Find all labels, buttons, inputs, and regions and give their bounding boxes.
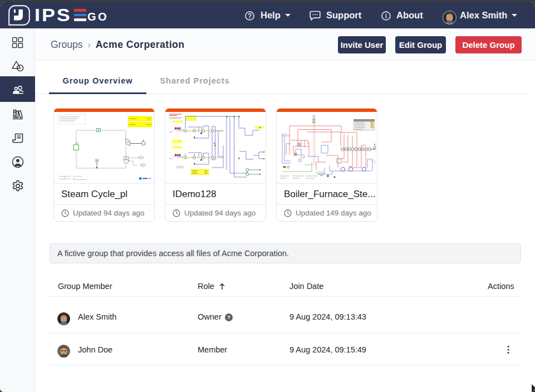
svg-text:?: ?	[227, 314, 230, 320]
